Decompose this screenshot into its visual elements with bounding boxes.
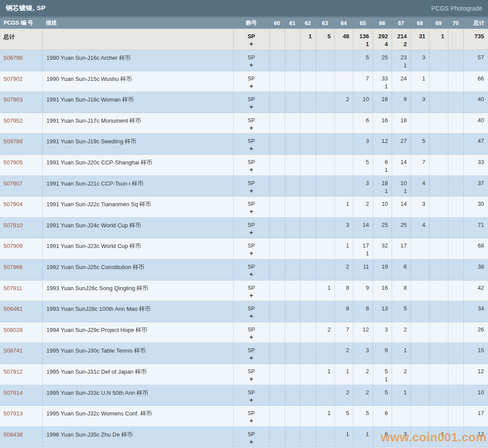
grade-67-cell: 2 bbox=[392, 322, 411, 343]
coin-description: 1995 Yuan Sun-J33c U.N 50th Ann 样币 bbox=[42, 385, 233, 406]
grade-70-cell bbox=[448, 406, 463, 427]
table-row: 5079021990 Yuan Sun-J15c Wushu 样币SP+7331… bbox=[0, 71, 488, 92]
pcgs-number-link[interactable]: 509789 bbox=[4, 138, 22, 145]
pcgs-number-link[interactable]: 506461 bbox=[4, 306, 22, 312]
pcgs-number-cell: 507907 bbox=[0, 175, 42, 197]
grade-63-cell bbox=[316, 50, 334, 71]
grade-69-cell bbox=[429, 385, 448, 406]
grade-61-cell bbox=[285, 364, 300, 385]
pcgs-number-link[interactable]: 507902 bbox=[4, 76, 22, 82]
grade-61-cell bbox=[285, 301, 300, 322]
designation-label: SP bbox=[234, 134, 269, 146]
grade-62-cell bbox=[300, 92, 316, 113]
pcgs-number-link[interactable]: 508741 bbox=[4, 347, 22, 354]
grade-69-cell bbox=[429, 322, 448, 343]
pcgs-number-link[interactable]: 508028 bbox=[4, 327, 22, 333]
column-header-2: 称号 bbox=[233, 18, 269, 29]
column-header-13: 70 bbox=[448, 18, 463, 29]
row-total-cell: 17 bbox=[463, 406, 488, 427]
coin-description: 1991 Yuan Sun-J19c Seedling 样币 bbox=[42, 134, 233, 155]
pcgs-number-link[interactable]: 507914 bbox=[4, 390, 22, 396]
grade-61-cell bbox=[285, 406, 300, 427]
grade-67-cell: 14 bbox=[392, 197, 411, 218]
pcgs-number-link[interactable]: 507966 bbox=[4, 264, 22, 270]
pcgs-number-link[interactable]: 507913 bbox=[4, 410, 22, 417]
pcgs-number-link[interactable]: 507911 bbox=[4, 285, 22, 291]
pcgs-number-link[interactable]: 507912 bbox=[4, 368, 22, 375]
grade-62-cell bbox=[300, 426, 316, 448]
grade-65-cell: 171 bbox=[353, 238, 373, 259]
grade-61-cell bbox=[285, 343, 300, 364]
designation-cell: SP+ bbox=[233, 113, 269, 134]
table-body: 总计SP+15481361292421423117355067981990 Yu… bbox=[0, 29, 488, 448]
grade-64-cell: 2 bbox=[334, 385, 353, 406]
plus-designation-label: + bbox=[234, 439, 269, 447]
summary-row: 总计SP+1548136129242142311735 bbox=[0, 29, 488, 50]
designation-cell: SP+ bbox=[233, 406, 269, 427]
grade-65-cell: 5 bbox=[353, 154, 373, 175]
plus-designation-label: + bbox=[234, 104, 269, 112]
pcgs-number-link[interactable]: 506798 bbox=[4, 55, 22, 61]
pcgs-number-cell: 508741 bbox=[0, 343, 42, 364]
grade-61-cell bbox=[285, 426, 300, 448]
grade-69-cell bbox=[429, 343, 448, 364]
coin-description: 1991 Yuan Sun-J21c CCP-Tsun-i 样币 bbox=[42, 175, 233, 197]
table-row: 5084381996 Yuan Sun-J35c Zhu De 样币SP+116… bbox=[0, 426, 488, 448]
grade-69-cell bbox=[429, 71, 448, 92]
pcgs-number-link[interactable]: 507952 bbox=[4, 117, 22, 124]
grade-69-cell bbox=[429, 154, 448, 175]
pcgs-number-link[interactable]: 507904 bbox=[4, 201, 22, 208]
table-row: 5079111993 Yuan SunJ26c Song Qingling 样币… bbox=[0, 280, 488, 301]
coin-description: 1996 Yuan Sun-J35c Zhu De 样币 bbox=[42, 426, 233, 448]
grade-60-cell bbox=[269, 322, 285, 343]
plus-designation-label: + bbox=[234, 84, 269, 91]
population-table: PCGS 编 号描述称号6061626364656667686970总计 总计S… bbox=[0, 18, 488, 448]
grade-68-cell: 3 bbox=[411, 92, 429, 113]
grade-60-cell bbox=[269, 197, 285, 218]
grade-68-cell bbox=[411, 259, 429, 280]
table-row: 5079521991 Yuan Sun-J17c Monument 样币SP+6… bbox=[0, 113, 488, 134]
grade-68-cell bbox=[411, 364, 429, 385]
grade-65-cell: 3 bbox=[353, 134, 373, 155]
grade-70-cell bbox=[448, 134, 463, 155]
grade-60-cell bbox=[269, 280, 285, 301]
grade-63-cell bbox=[316, 134, 334, 155]
grade-66-cell: 16 bbox=[373, 280, 392, 301]
pcgs-number-link[interactable]: 507905 bbox=[4, 159, 22, 166]
grade-70-cell bbox=[448, 50, 463, 71]
table-row: 5079031991 Yuan Sun-J18c Woman 样币SP+2101… bbox=[0, 92, 488, 113]
grade-70-cell bbox=[448, 29, 463, 50]
row-total-cell: 33 bbox=[463, 154, 488, 175]
designation-label: SP bbox=[234, 218, 269, 230]
plus-designation-label: + bbox=[234, 293, 269, 301]
grade-61-cell bbox=[285, 217, 300, 238]
grade-67-cell: 231 bbox=[392, 50, 411, 71]
grade-64-cell: 7 bbox=[334, 322, 353, 343]
pcgs-number-link[interactable]: 507903 bbox=[4, 96, 22, 103]
grade-67-cell: 25 bbox=[392, 217, 411, 238]
designation-label: SP bbox=[234, 301, 269, 313]
grade-65-cell: 2 bbox=[353, 385, 373, 406]
pcgs-number-link[interactable]: 508438 bbox=[4, 431, 22, 438]
grade-60-cell bbox=[269, 175, 285, 197]
row-total-cell: 57 bbox=[463, 50, 488, 71]
grade-66-cell: 6 bbox=[373, 406, 392, 427]
grade-63-cell bbox=[316, 238, 334, 259]
photograde-link[interactable]: PCGS Photograde bbox=[431, 5, 482, 12]
designation-label: SP bbox=[234, 238, 269, 251]
pcgs-number-link[interactable]: 507907 bbox=[4, 180, 22, 187]
pcgs-number-link[interactable]: 507910 bbox=[4, 222, 22, 229]
grade-61-cell bbox=[285, 175, 300, 197]
grade-63-cell bbox=[316, 71, 334, 92]
grade-68-cell: 4 bbox=[411, 175, 429, 197]
row-total-cell: 30 bbox=[463, 197, 488, 218]
grade-65-cell: 1 bbox=[353, 426, 373, 448]
grade-70-cell bbox=[448, 238, 463, 259]
pcgs-number-link[interactable]: 507909 bbox=[4, 243, 22, 249]
row-total-cell: 34 bbox=[463, 301, 488, 322]
grade-64-cell: 2 bbox=[334, 259, 353, 280]
grade-66-cell: 16 bbox=[373, 113, 392, 134]
grade-69-cell bbox=[429, 406, 448, 427]
designation-cell: SP+ bbox=[233, 29, 269, 50]
grade-64-cell: 48 bbox=[334, 29, 353, 50]
